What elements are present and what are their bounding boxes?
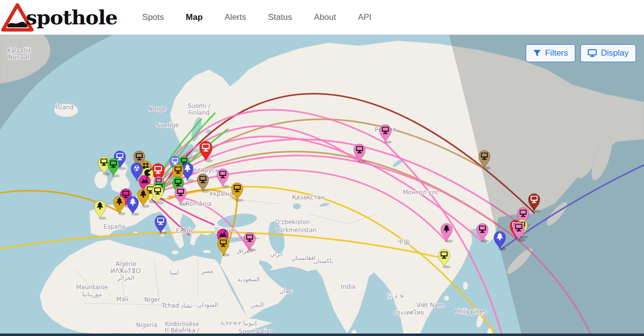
aral-sea	[293, 203, 301, 209]
map-label: Türkmenistan	[276, 227, 316, 234]
map-label: Україна	[209, 190, 233, 197]
map-label: India	[341, 283, 355, 290]
map-label: Ísland	[56, 103, 74, 111]
filter-icon	[533, 50, 541, 57]
landmass-sicily	[172, 251, 179, 254]
map-label: España	[103, 223, 125, 230]
map-label: KalaallitNunaat	[7, 47, 31, 61]
logo[interactable]: spothole	[0, 2, 117, 32]
map-label: Ködörösêsetî Bêafrîka /République	[165, 321, 199, 334]
map-label: Ελλάς	[176, 227, 194, 234]
display-button[interactable]: Display	[580, 44, 636, 62]
nav-item-api[interactable]: API	[358, 12, 371, 22]
map-label: باكستان	[313, 257, 333, 264]
landmass-luzon	[475, 313, 485, 328]
map-label: ليبيا	[170, 269, 179, 276]
map-label: Sverige	[156, 122, 179, 129]
map-label: Беларусь	[189, 167, 218, 173]
landmass-crete	[203, 250, 211, 253]
landmass-taiwan	[463, 282, 468, 290]
nav-item-alerts[interactable]: Alerts	[225, 12, 246, 22]
map-label: Suomi /Finland	[187, 102, 210, 116]
map[interactable]: KalaallitNunaatÍslandNorgeSuomi /Finland…	[0, 35, 644, 334]
map-label: السعودية	[238, 276, 260, 283]
map-label: 中国	[398, 239, 410, 246]
map-label: Tchad تشاد	[161, 302, 192, 309]
footer-bar	[0, 334, 644, 336]
map-label: ኢትዮጵያ إثيوبيا	[221, 320, 257, 327]
display-button-label: Display	[601, 48, 629, 58]
map-controls: Filters Display	[526, 44, 636, 62]
map-label: Монгол улс	[403, 189, 439, 196]
map-label: افغانستان	[291, 254, 316, 261]
filters-button-label: Filters	[545, 48, 568, 58]
map-label: România	[185, 200, 211, 207]
map-label: اليمن	[251, 301, 264, 309]
nav-item-status[interactable]: Status	[268, 12, 292, 22]
map-label: O'zbekiston	[275, 219, 310, 226]
map-label: Mali	[116, 296, 128, 303]
map-label: မြန်မာ	[386, 293, 404, 300]
svg-text:☢: ☢	[133, 164, 140, 173]
logo-text: spothole	[26, 5, 117, 29]
landmass-srilanka	[352, 330, 357, 334]
map-label: Қазақстан	[292, 194, 325, 201]
landmass-hainan	[444, 296, 449, 301]
map-label: Norge	[148, 105, 166, 112]
map-label: ايران	[270, 251, 282, 258]
map-label: Philippines	[455, 308, 487, 315]
map-label: مصر	[201, 267, 213, 275]
map-pin-monitor[interactable]	[155, 216, 168, 235]
map-label: Niger	[144, 296, 160, 303]
nav-item-about[interactable]: About	[314, 12, 336, 22]
map-label: Nigeria	[136, 322, 158, 329]
map-label: Việt Nam	[416, 302, 444, 309]
map-canvas: KalaallitNunaatÍslandNorgeSuomi /Finland…	[0, 35, 644, 334]
map-label: السودان	[197, 301, 218, 309]
nav-item-spots[interactable]: Spots	[142, 12, 164, 22]
display-icon	[588, 49, 597, 57]
filters-button[interactable]: Filters	[526, 44, 575, 62]
main-nav: SpotsMapAlertsStatusAboutAPI	[142, 12, 371, 22]
map-label: عمان	[279, 287, 293, 294]
nav-item-map[interactable]: Map	[186, 12, 203, 22]
map-label: ประเทศไทย	[393, 309, 424, 316]
map-label: Soomaaliya	[239, 328, 274, 334]
header: spothole SpotsMapAlertsStatusAboutAPI	[0, 0, 644, 35]
